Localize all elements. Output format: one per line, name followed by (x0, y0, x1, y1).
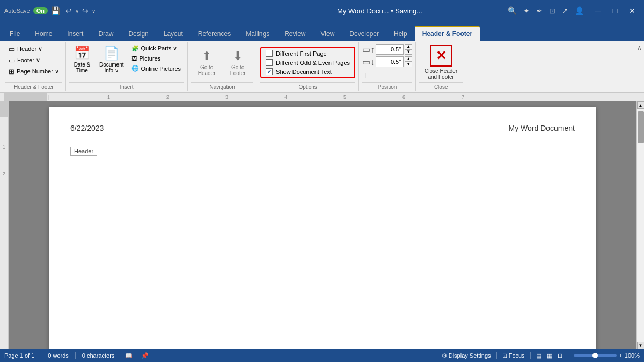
display-settings-button[interactable]: ⚙ Display Settings (442, 352, 491, 359)
different-first-page-checkbox[interactable] (266, 50, 273, 57)
focus-button[interactable]: ⊡ Focus (502, 352, 525, 359)
tab-file[interactable]: File (2, 27, 27, 41)
go-to-header-button[interactable]: ⬆ Go toHeader (192, 48, 221, 78)
tab-view[interactable]: View (313, 27, 342, 41)
tab-insert[interactable]: Insert (60, 27, 91, 41)
header-title: My Word Document (509, 124, 575, 132)
footer-position-input[interactable] (376, 56, 404, 67)
footer-label: Footer ∨ (17, 57, 40, 64)
show-document-text-row: Show Document Text (266, 68, 350, 75)
footer-icon: ▭ (9, 56, 15, 64)
document-info-label: DocumentInfo ∨ (99, 62, 124, 73)
undo-arrow[interactable]: ∨ (75, 8, 79, 14)
tab-help[interactable]: Help (386, 27, 415, 41)
tab-home[interactable]: Home (27, 27, 60, 41)
proofread-icon[interactable]: 📖 (125, 352, 133, 359)
layout-icon-1[interactable]: ▤ (536, 352, 541, 359)
main-area: 1 2 6/22/2023 My Word Document Header ▲ … (0, 101, 644, 349)
tab-design[interactable]: Design (121, 27, 156, 41)
profile-icon[interactable]: 👤 (575, 6, 584, 15)
group-label-navigation: Navigation (191, 82, 253, 90)
header-separator (323, 120, 323, 136)
status-divider-3 (496, 352, 497, 359)
title-bar: AutoSave On 💾 ↩ ∨ ↪ ∨ My Word Docu... • … (0, 0, 644, 21)
date-time-button[interactable]: 📅 Date &Time (70, 44, 94, 75)
status-left: Page 1 of 1 0 words 0 characters 📖 📌 (4, 352, 433, 359)
header-pos-up[interactable]: ▲ (405, 44, 412, 49)
ruler-vertical: 1 2 (0, 101, 9, 349)
ribbon-group-options: Different First Page Different Odd & Eve… (257, 42, 359, 91)
share-icon[interactable]: ↗ (562, 6, 568, 15)
online-pictures-icon: 🌐 (131, 65, 139, 72)
status-bar: Page 1 of 1 0 words 0 characters 📖 📌 ⚙ D… (0, 349, 644, 362)
group-label-close: Close (419, 82, 463, 90)
autosave-toggle[interactable]: On (33, 7, 48, 14)
page-indicator: Page 1 of 1 (4, 352, 34, 359)
layout-icon-2[interactable]: ▦ (547, 352, 552, 359)
tab-mailings[interactable]: Mailings (238, 27, 277, 41)
different-odd-even-checkbox[interactable] (266, 59, 273, 66)
customize-qat[interactable]: ∨ (92, 8, 96, 14)
close-header-footer-button[interactable]: ✕ Close Headerand Footer (419, 43, 463, 82)
document-body[interactable] (70, 150, 575, 349)
save-icon[interactable]: 💾 (51, 6, 60, 15)
minimize-button[interactable]: ─ (590, 5, 605, 16)
close-header-footer-label: Close Headerand Footer (425, 68, 457, 80)
document-info-button[interactable]: 📄 DocumentInfo ∨ (96, 44, 127, 75)
page-number-icon: ⊞ (9, 68, 14, 76)
tab-review[interactable]: Review (277, 27, 313, 41)
autosave-label: AutoSave (4, 8, 30, 14)
zoom-plus-button[interactable]: + (619, 352, 622, 359)
footer-pos-down[interactable]: ▼ (405, 62, 412, 67)
different-odd-even-row: Different Odd & Even Pages (266, 59, 350, 66)
character-count: 0 characters (82, 352, 115, 359)
show-document-text-checkbox[interactable] (266, 68, 273, 75)
insert-alignment-tab-button[interactable]: ⊢ (362, 70, 412, 81)
footer-button[interactable]: ▭ Footer ∨ (6, 55, 42, 65)
header-pos-icon: ▭↑ (362, 45, 375, 55)
close-x-icon: ✕ (430, 45, 452, 67)
header-icon: ▭ (9, 45, 15, 53)
tab-references[interactable]: References (191, 27, 238, 41)
tab-draw[interactable]: Draw (91, 27, 121, 41)
restore-button[interactable]: □ (608, 5, 623, 16)
options-box: Different First Page Different Odd & Eve… (260, 47, 355, 78)
close-button[interactable]: ✕ (625, 5, 640, 16)
pictures-button[interactable]: 🖼 Pictures (129, 54, 184, 63)
layout-icon-3[interactable]: ⊞ (558, 352, 562, 359)
different-first-page-row: Different First Page (266, 50, 350, 57)
date-time-label: Date &Time (74, 62, 91, 73)
header-label-tag: Header (70, 147, 97, 156)
scroll-thumb[interactable] (638, 111, 644, 143)
view-icon[interactable]: ⊡ (549, 6, 555, 15)
tab-header-footer[interactable]: Header & Footer (415, 26, 480, 41)
page-number-label: Page Number ∨ (17, 68, 59, 75)
online-pictures-button[interactable]: 🌐 Online Pictures (129, 64, 184, 73)
search-icon[interactable]: 🔍 (508, 6, 517, 15)
zoom-slider[interactable] (574, 354, 617, 357)
copilot-icon[interactable]: ✦ (523, 6, 530, 15)
undo-button[interactable]: ↩ (63, 5, 74, 16)
ruler-horizontal: | 1 2 3 4 5 6 7 (0, 93, 644, 101)
track-changes-icon[interactable]: 📌 (141, 352, 149, 359)
quick-parts-label: Quick Parts ∨ (141, 45, 178, 52)
go-to-footer-button[interactable]: ⬇ Go toFooter (223, 48, 252, 78)
redo-button[interactable]: ↪ (80, 5, 91, 16)
different-odd-even-label: Different Odd & Even Pages (276, 60, 350, 66)
quick-parts-button[interactable]: 🧩 Quick Parts ∨ (129, 44, 184, 53)
scroll-up-button[interactable]: ▲ (637, 101, 645, 109)
header-position-input[interactable] (376, 44, 404, 55)
collapse-ribbon[interactable]: ∧ (637, 42, 642, 91)
header-pos-down[interactable]: ▼ (405, 49, 412, 55)
scroll-down-button[interactable]: ▼ (637, 342, 645, 349)
zoom-minus-button[interactable]: ─ (568, 352, 572, 359)
ribbon-group-close: ✕ Close Headerand Footer Close (416, 42, 466, 91)
position-inputs: ▭↑ ▲ ▼ ▭↓ ▲ ▼ ⊢ (362, 44, 412, 81)
tab-developer[interactable]: Developer (342, 27, 386, 41)
group-label-options: Options (260, 82, 355, 90)
page-number-button[interactable]: ⊞ Page Number ∨ (6, 67, 61, 77)
header-button[interactable]: ▭ Header ∨ (6, 44, 45, 54)
tab-layout[interactable]: Layout (156, 27, 191, 41)
footer-pos-up[interactable]: ▲ (405, 56, 412, 62)
pen-icon[interactable]: ✒ (536, 6, 543, 15)
